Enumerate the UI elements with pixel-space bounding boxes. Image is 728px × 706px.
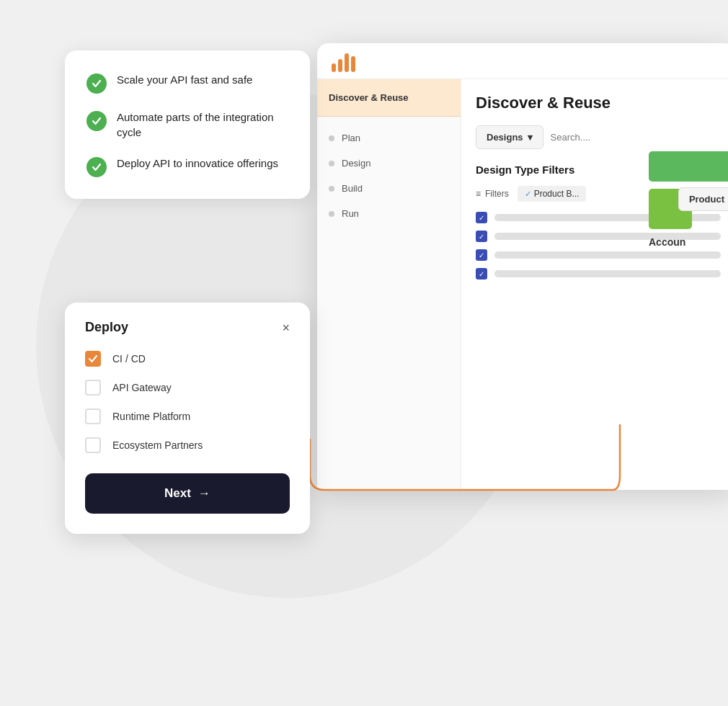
modal-header: Deploy × [85, 320, 290, 335]
checkbox-label-apigateway: API Gateway [112, 382, 172, 393]
nav-dot-plan [329, 135, 334, 141]
sidebar-header: Discover & Reuse [317, 79, 461, 117]
sidebar-item-design[interactable]: Design [317, 151, 461, 176]
checkbox-item-ecosystem[interactable]: Ecosystem Partners [85, 437, 290, 453]
designs-dropdown-button[interactable]: Designs ▾ [476, 125, 543, 149]
sidebar-label-plan: Plan [342, 133, 360, 143]
product-badge: Product [678, 187, 728, 211]
filter-bar-4 [494, 270, 721, 277]
check-circle-3 [86, 157, 107, 177]
filter-checkbox-2[interactable]: ✓ [476, 231, 487, 242]
sidebar-nav: Plan Design Build Run [317, 117, 461, 235]
checkmark-icon-3 [92, 162, 102, 172]
checkbox-label-ecosystem: Ecosystem Partners [112, 439, 203, 451]
checkbox-item-runtime[interactable]: Runtime Platform [85, 408, 290, 424]
browser-content: Discover & Reuse Plan Design Build Run [317, 79, 728, 490]
checkbox-item-cicd[interactable]: CI / CD [85, 351, 290, 367]
check-circle-2 [86, 111, 107, 131]
features-card: Scale your API fast and safe Automate pa… [65, 50, 310, 199]
sidebar-item-build[interactable]: Build [317, 176, 461, 201]
checkmark-icon-1 [92, 79, 102, 89]
checkbox-list: CI / CD API Gateway Runtime Platform Eco… [85, 351, 290, 453]
filters-label: Filters [485, 189, 509, 199]
feature-text-3: Deploy API to innovatice offerings [117, 156, 278, 171]
sidebar-label-run: Run [342, 208, 359, 219]
main-title: Discover & Reuse [476, 94, 721, 112]
next-arrow-icon: → [198, 486, 210, 501]
feature-item-3: Deploy API to innovatice offerings [86, 156, 288, 177]
filter-checkbox-3[interactable]: ✓ [476, 249, 487, 261]
check-cicd-icon [89, 354, 97, 363]
sidebar-item-plan[interactable]: Plan [317, 125, 461, 151]
logo-bar-1 [332, 63, 336, 72]
deploy-modal: Deploy × CI / CD API Gateway Runtime Pla… [65, 303, 310, 534]
checkbox-label-runtime: Runtime Platform [112, 411, 190, 422]
nav-dot-design [329, 161, 334, 166]
logo-bar-2 [338, 59, 342, 72]
checkbox-label-cicd: CI / CD [112, 353, 146, 365]
product-tag-label: Product B... [534, 189, 580, 199]
feature-text-1: Scale your API fast and safe [117, 72, 252, 87]
card-green-full [649, 151, 728, 182]
feature-item-1: Scale your API fast and safe [86, 72, 288, 94]
checkbox-runtime[interactable] [85, 408, 101, 424]
browser-sidebar: Discover & Reuse Plan Design Build Run [317, 79, 461, 490]
logo-bar-4 [351, 56, 355, 72]
nav-dot-build [329, 186, 334, 192]
filter-checkbox-4[interactable]: ✓ [476, 268, 487, 280]
next-button-label: Next [164, 486, 191, 501]
sidebar-label-design: Design [342, 158, 370, 169]
checkbox-apigateway[interactable] [85, 380, 101, 396]
browser-window: Discover & Reuse Plan Design Build Run [317, 43, 728, 490]
product-badge-label: Product [689, 194, 724, 205]
feature-item-2: Automate parts of the integration cycle [86, 110, 288, 140]
sidebar-label-build: Build [342, 183, 363, 194]
product-filter-tag[interactable]: ✓ Product B... [518, 186, 587, 202]
search-input[interactable] [551, 132, 721, 143]
filter-icon: ≡ [476, 189, 481, 199]
logo-icon [332, 50, 355, 72]
checkbox-ecosystem[interactable] [85, 437, 101, 453]
designs-label: Designs [487, 132, 523, 143]
check-circle-1 [86, 73, 107, 94]
browser-main: Discover & Reuse Designs ▾ Design Type F… [461, 79, 728, 490]
chevron-down-icon: ▾ [528, 132, 533, 143]
next-button[interactable]: Next → [85, 473, 290, 514]
filter-item-4: ✓ [476, 268, 721, 280]
feature-text-2: Automate parts of the integration cycle [117, 110, 288, 140]
browser-top-bar [317, 43, 728, 79]
checkbox-item-apigateway[interactable]: API Gateway [85, 380, 290, 396]
nav-dot-run [329, 211, 334, 217]
filters-button[interactable]: ≡ Filters [476, 189, 509, 199]
checkmark-icon-2 [92, 116, 102, 126]
close-button[interactable]: × [282, 321, 290, 334]
sidebar-item-run[interactable]: Run [317, 201, 461, 226]
logo-bar-3 [345, 53, 349, 72]
checkbox-cicd[interactable] [85, 351, 101, 367]
account-label: Accoun [649, 236, 728, 248]
filter-checkbox-1[interactable]: ✓ [476, 212, 487, 223]
modal-title: Deploy [85, 320, 128, 335]
checkmark-icon: ✓ [525, 189, 531, 199]
